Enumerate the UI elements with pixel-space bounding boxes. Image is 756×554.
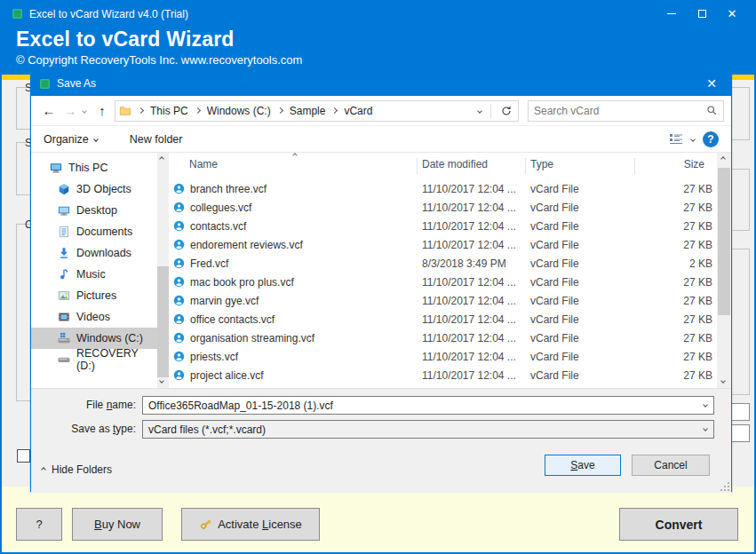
vcard-file-icon bbox=[173, 257, 185, 269]
file-row[interactable]: organisation streaming.vcf 11/10/2017 12… bbox=[169, 328, 717, 347]
forward-button[interactable]: → bbox=[60, 103, 81, 118]
tree-item-documents[interactable]: Documents bbox=[31, 221, 157, 242]
breadcrumb-item-vcard[interactable]: vCard bbox=[344, 105, 372, 117]
help-button-label: ? bbox=[36, 518, 42, 531]
file-row[interactable]: project alice.vcf 11/10/2017 12:04 ... v… bbox=[169, 366, 717, 384]
dialog-main: This PC 3D Objects Desktop bbox=[31, 153, 731, 388]
save-as-type-dropdown-icon[interactable] bbox=[703, 426, 708, 431]
file-row[interactable]: office contacts.vcf 11/10/2017 12:04 ...… bbox=[169, 310, 717, 328]
views-icon[interactable] bbox=[669, 133, 683, 145]
tree-item-desktop[interactable]: Desktop bbox=[31, 200, 157, 221]
save-as-dialog: Save As ✕ ← → ↑ This PC Windows (C:) Sam… bbox=[30, 70, 732, 492]
vcard-file-icon bbox=[173, 220, 185, 232]
back-button[interactable]: ← bbox=[38, 103, 60, 118]
file-list-header: Name Date modified Type Size bbox=[169, 153, 717, 174]
file-name-input[interactable]: Office365RoadMap_01-15-2018 (1).vcf bbox=[142, 396, 714, 415]
file-row[interactable]: priests.vcf 11/10/2017 12:04 ... vCard F… bbox=[169, 347, 717, 366]
cancel-button[interactable]: Cancel bbox=[632, 455, 710, 476]
vcard-file-icon bbox=[173, 351, 185, 362]
breadcrumb-item-sample[interactable]: Sample bbox=[290, 105, 326, 117]
up-button[interactable]: ↑ bbox=[92, 103, 113, 118]
file-name-dropdown-icon[interactable] bbox=[703, 402, 708, 408]
convert-button[interactable]: Convert bbox=[619, 508, 738, 541]
key-icon bbox=[199, 518, 212, 531]
file-row[interactable]: endorement reviews.vcf 11/10/2017 12:04 … bbox=[169, 235, 717, 254]
address-dropdown-icon[interactable] bbox=[477, 108, 482, 114]
file-row[interactable]: contacts.vcf 11/10/2017 12:04 ... vCard … bbox=[169, 217, 717, 235]
vcard-file-icon bbox=[173, 295, 185, 306]
tree-scrollbar-thumb[interactable] bbox=[157, 266, 169, 377]
window-title: Excel to vCard Wizard v4.0 (Trial) bbox=[29, 8, 657, 20]
activate-license-button[interactable]: Activate License bbox=[181, 508, 320, 541]
search-icon[interactable] bbox=[706, 105, 718, 116]
dialog-close-button[interactable]: ✕ bbox=[701, 76, 722, 91]
column-header-date-modified[interactable]: Date modified bbox=[418, 158, 526, 174]
vcard-file-icon bbox=[173, 276, 185, 288]
help-button[interactable]: ? bbox=[16, 508, 62, 541]
breadcrumb-separator-icon bbox=[195, 107, 201, 114]
file-row[interactable]: Fred.vcf 8/3/2018 3:49 PM vCard File 2 K… bbox=[169, 254, 717, 273]
vcard-file-icon bbox=[173, 239, 185, 250]
app-icon bbox=[12, 9, 22, 19]
file-row[interactable]: mac book pro plus.vcf 11/10/2017 12:04 .… bbox=[169, 273, 717, 291]
maximize-button[interactable] bbox=[687, 2, 717, 26]
refresh-icon[interactable] bbox=[500, 105, 513, 117]
dialog-title: Save As bbox=[57, 77, 701, 90]
app-window: { "app": { "titlebar": { "title": "Excel… bbox=[0, 0, 756, 554]
views-dropdown-icon[interactable] bbox=[690, 137, 696, 142]
file-list-scrollbar[interactable] bbox=[717, 153, 731, 388]
file-row[interactable]: branch three.vcf 11/10/2017 12:04 ... vC… bbox=[169, 179, 717, 198]
3d-objects-icon bbox=[58, 183, 70, 195]
dialog-toolbar: Organize New folder ? bbox=[31, 126, 731, 153]
column-header-size[interactable]: Size bbox=[635, 158, 717, 174]
tree-item-recovery-d[interactable]: RECOVERY (D:) bbox=[31, 349, 157, 370]
close-button[interactable]: ✕ bbox=[717, 2, 747, 26]
scroll-down-icon[interactable] bbox=[720, 378, 726, 384]
scroll-up-icon[interactable] bbox=[720, 156, 726, 162]
file-row[interactable]: collegues.vcf 11/10/2017 12:04 ... vCard… bbox=[169, 198, 717, 217]
address-bar[interactable]: This PC Windows (C:) Sample vCard bbox=[115, 100, 519, 122]
vcard-file-icon bbox=[173, 332, 185, 344]
vcard-file-icon bbox=[173, 202, 185, 213]
sort-ascending-icon bbox=[292, 153, 298, 158]
app-title: Excel to vCard Wizard bbox=[16, 28, 754, 51]
documents-icon bbox=[58, 226, 70, 238]
buy-now-button[interactable]: Buy Now bbox=[72, 508, 163, 541]
dialog-titlebar: Save As ✕ bbox=[31, 71, 731, 96]
tree-item-pictures[interactable]: Pictures bbox=[31, 285, 157, 306]
dialog-nav-bar: ← → ↑ This PC Windows (C:) Sample vCard bbox=[31, 96, 731, 126]
resize-grip[interactable] bbox=[720, 482, 729, 491]
search-input[interactable]: Search vCard bbox=[528, 100, 724, 122]
recovery-d-drive-icon bbox=[58, 353, 70, 366]
scroll-up-icon[interactable] bbox=[159, 156, 164, 162]
breadcrumb-item-windows-c[interactable]: Windows (C:) bbox=[207, 105, 271, 117]
tree-item-downloads[interactable]: Downloads bbox=[31, 242, 157, 264]
new-folder-button[interactable]: New folder bbox=[130, 133, 183, 146]
help-icon[interactable]: ? bbox=[703, 131, 719, 147]
tree-item-videos[interactable]: Videos bbox=[31, 306, 157, 328]
save-button[interactable]: Save bbox=[545, 455, 621, 476]
breadcrumb-separator-icon bbox=[138, 107, 144, 114]
breadcrumb-separator-icon bbox=[277, 107, 283, 114]
column-header-type[interactable]: Type bbox=[526, 158, 635, 174]
hide-folders-button[interactable]: Hide Folders bbox=[42, 463, 112, 476]
column-header-name[interactable]: Name bbox=[169, 158, 418, 174]
save-as-type-select[interactable]: vCard files (*.vcf;*.vcard) bbox=[142, 420, 714, 439]
breadcrumb-item-this-pc[interactable]: This PC bbox=[150, 105, 188, 117]
tree-item-windows-c[interactable]: Windows (C:) bbox=[31, 328, 157, 349]
hide-folders-chevron-icon bbox=[41, 467, 46, 472]
recent-locations-icon[interactable] bbox=[82, 108, 87, 114]
tree-item-music[interactable]: Music bbox=[31, 264, 157, 285]
tree-item-this-pc[interactable]: This PC bbox=[31, 157, 157, 178]
minimize-button[interactable] bbox=[657, 2, 687, 26]
file-row[interactable]: marvin gye.vcf 11/10/2017 12:04 ... vCar… bbox=[169, 291, 717, 310]
scroll-down-icon[interactable] bbox=[159, 378, 164, 384]
organize-button[interactable]: Organize bbox=[44, 133, 98, 146]
checkbox-fragment[interactable] bbox=[17, 449, 30, 463]
save-as-type-label: Save as type: bbox=[31, 423, 136, 435]
search-placeholder: Search vCard bbox=[534, 105, 706, 117]
file-list-scrollbar-thumb[interactable] bbox=[718, 168, 730, 315]
downloads-icon bbox=[58, 247, 70, 259]
tree-scrollbar[interactable] bbox=[157, 153, 169, 388]
tree-item-3d-objects[interactable]: 3D Objects bbox=[31, 178, 157, 200]
